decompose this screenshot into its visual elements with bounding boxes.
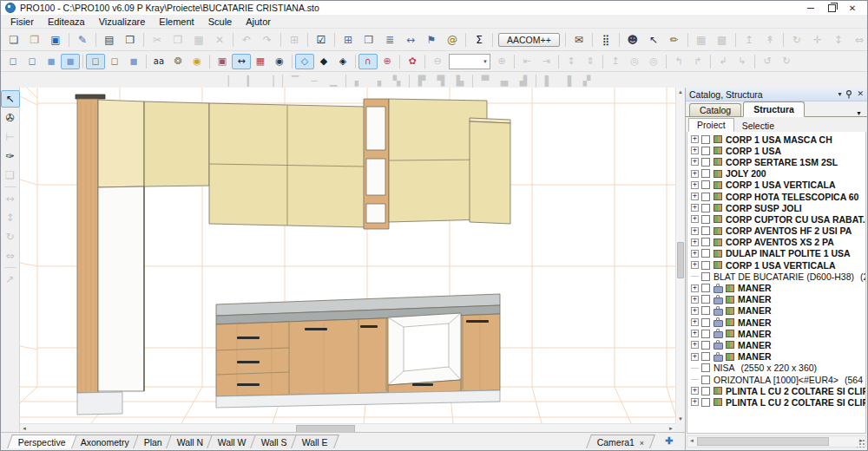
picker-tool-icon[interactable]: ✑ [1, 147, 20, 165]
tab-catalog[interactable]: Catalog [689, 103, 741, 116]
item-checkbox[interactable] [701, 261, 710, 270]
print-icon[interactable]: ▤ [99, 31, 120, 49]
tree-item[interactable]: +CORP HOTA TELESCOPICA 60 [687, 191, 865, 202]
expand-icon[interactable]: + [691, 215, 699, 223]
menu-vizualizare[interactable]: Vizualizare [92, 16, 153, 27]
edges-color-icon[interactable]: ◼ [124, 54, 143, 69]
dimension-report-icon[interactable]: ↔ [400, 31, 421, 49]
expand-icon[interactable]: + [691, 204, 699, 212]
preview-page-icon[interactable]: ❒ [358, 31, 379, 49]
tree-item[interactable]: +MANER [687, 317, 865, 328]
expand-icon[interactable]: + [691, 296, 699, 304]
item-checkbox[interactable] [701, 295, 710, 304]
tree-item[interactable]: +CORP AVENTOS HF 2 USI PA [687, 226, 865, 237]
menu-scule[interactable]: Scule [201, 16, 240, 27]
expand-icon[interactable]: + [691, 181, 699, 189]
wall-cabinet-left[interactable] [209, 103, 365, 227]
collision-icon[interactable]: ✿ [403, 54, 422, 69]
material-icon[interactable]: ❂ [168, 54, 187, 69]
item-checkbox[interactable] [701, 169, 710, 178]
dimensions-icon[interactable]: ↔ [232, 54, 251, 69]
wall-cabinet-small[interactable] [470, 118, 510, 224]
view-hiddenline-icon[interactable]: ◻ [23, 54, 42, 69]
tree-item[interactable]: +CORP 1 USA MASCA CH [687, 134, 865, 145]
expand-icon[interactable]: + [691, 158, 699, 166]
tree-item[interactable]: NISA(2550 x 220 x 360) [687, 363, 865, 374]
project-properties-icon[interactable]: ✎ [72, 31, 93, 49]
menu-element[interactable]: Element [152, 16, 201, 27]
visibility-icon[interactable]: ◉ [270, 54, 289, 69]
aacom-button[interactable]: AACOM++ [498, 33, 560, 47]
expand-icon[interactable]: + [691, 307, 699, 315]
tree-item[interactable]: +JOLY 200 [687, 168, 865, 180]
autocenter-icon[interactable]: ⊕ [378, 54, 397, 69]
panel-hscrollbar[interactable]: ◄ ► [687, 435, 866, 448]
expand-icon[interactable]: + [691, 193, 699, 200]
panel-menu-button[interactable]: ▾ [838, 91, 841, 98]
panel-close-button[interactable]: ✕ [857, 90, 864, 98]
menu-ajutor[interactable]: Ajutor [239, 16, 278, 27]
price-icon[interactable]: @ [442, 31, 463, 49]
hscroll-thumb[interactable] [296, 425, 355, 432]
item-checkbox[interactable] [701, 284, 710, 292]
expand-icon[interactable]: + [691, 261, 699, 269]
scroll-left-arrow[interactable]: ◄ [20, 424, 29, 432]
print-preview-icon[interactable]: ❒ [120, 31, 141, 49]
scroll-down-arrow[interactable]: ▼ [676, 415, 685, 423]
grid-icon[interactable]: ▦ [251, 54, 270, 69]
scroll-right-arrow[interactable]: ► [667, 424, 675, 432]
tree-item[interactable]: +CORP 1 USA VERTICALA [687, 259, 865, 271]
item-checkbox[interactable] [701, 238, 710, 246]
sum-icon[interactable]: Σ [469, 31, 490, 49]
tree-item[interactable]: +CORP CUPTOR CU USA RABAT. [687, 213, 865, 225]
text-size-icon[interactable]: aa [149, 54, 168, 69]
snap-points-icon[interactable]: ◆ [314, 54, 333, 69]
expand-icon[interactable]: + [691, 239, 699, 246]
expand-icon[interactable]: + [691, 387, 699, 395]
menu-editeaza[interactable]: Editeaza [41, 16, 92, 27]
cursor-icon[interactable]: ↖ [643, 31, 664, 49]
item-checkbox[interactable] [701, 204, 710, 212]
structure-icon[interactable]: ≣ [379, 31, 400, 49]
expand-icon[interactable]: + [691, 330, 699, 337]
tree-item[interactable]: +CORP AVENTOS XS 2 PA [687, 237, 865, 248]
select-tool-icon[interactable]: ↖ [1, 90, 20, 108]
add-view-button[interactable]: ✚ [656, 434, 682, 448]
item-checkbox[interactable] [701, 306, 710, 315]
item-checkbox[interactable] [701, 193, 710, 201]
tree-item[interactable]: +DULAP INALT POLITE 1 USA [687, 248, 865, 259]
viewport-vscrollbar[interactable]: ▲ ▼ [675, 88, 685, 423]
mail-icon[interactable]: ✉ [569, 31, 589, 49]
magnet-icon[interactable]: ∩ [358, 54, 378, 69]
item-checkbox[interactable] [701, 376, 710, 384]
item-checkbox[interactable] [701, 180, 710, 189]
fridge-niche[interactable] [98, 186, 144, 391]
expand-icon[interactable]: + [691, 353, 699, 361]
base-cabinet-run[interactable] [216, 294, 500, 408]
workbench-tool-icon[interactable]: ✇ [1, 109, 20, 127]
expand-icon[interactable]: + [691, 147, 699, 154]
camera-close-icon[interactable]: × [640, 439, 644, 448]
tree-item[interactable]: +CORP SERTARE 1SM 2SL [687, 156, 865, 167]
save-icon[interactable]: ▣ [45, 31, 66, 49]
expand-icon[interactable]: + [691, 318, 699, 326]
item-checkbox[interactable] [701, 215, 710, 224]
tree-item[interactable]: +PLINTA L CU 2 COLTARE SI CLIPS [687, 385, 865, 396]
viewport-3d[interactable]: ▲ ▼ ◄ ► [20, 88, 685, 432]
viewport-hscrollbar[interactable]: ◄ ► [20, 423, 675, 432]
expand-icon[interactable]: + [691, 170, 699, 178]
element-list-icon[interactable]: ☑ [311, 31, 332, 49]
edges-off-icon[interactable]: ◻ [105, 54, 124, 69]
scroll-up-arrow[interactable]: ▲ [676, 88, 685, 96]
item-checkbox[interactable] [701, 363, 710, 372]
resize-grip[interactable] [857, 440, 865, 448]
tree-item[interactable]: +MANER [687, 328, 865, 339]
tree-item[interactable]: +MANER [687, 282, 865, 293]
tree-item[interactable]: +CORP 1 USA [687, 145, 865, 156]
close-button[interactable]: ✕ [842, 2, 863, 14]
item-checkbox[interactable] [701, 330, 710, 338]
expand-icon[interactable]: + [691, 398, 699, 406]
item-checkbox[interactable] [701, 272, 710, 281]
item-checkbox[interactable] [701, 352, 710, 361]
tab-structura[interactable]: Structura [743, 101, 805, 117]
